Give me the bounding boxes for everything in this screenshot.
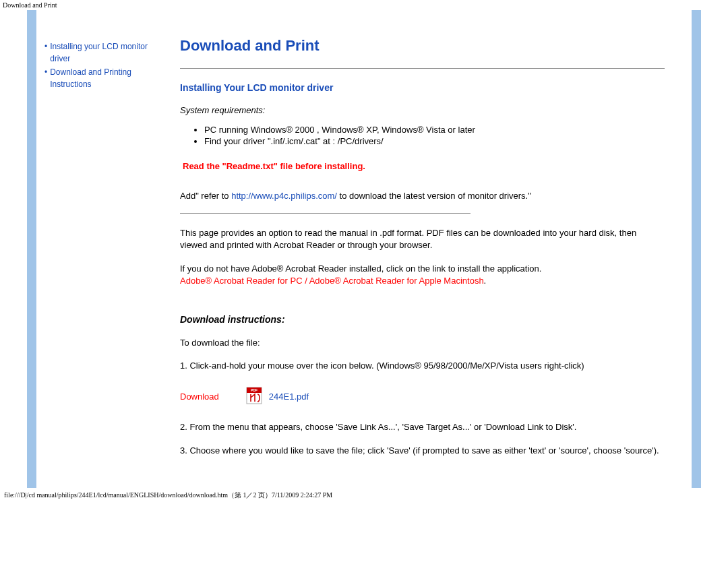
sidebar-item-download-print[interactable]: • Download and Printing Instructions	[44, 66, 156, 90]
pdf-explain-paragraph: This page provides an option to read the…	[180, 227, 665, 251]
sysreq-label: System requirements:	[180, 105, 665, 115]
divider-short	[180, 213, 471, 214]
download-label: Download	[180, 392, 219, 402]
left-accent-bar	[27, 10, 36, 488]
sidebar: • Installing your LCD monitor driver • D…	[36, 10, 160, 488]
page-wrapper: • Installing your LCD monitor driver • D…	[27, 10, 701, 488]
sysreq-list: PC running Windows® 2000 , Windows® XP, …	[204, 125, 665, 146]
text: .	[484, 276, 487, 286]
refer-paragraph: Add" refer to http://www.p4c.philips.com…	[180, 190, 665, 202]
page-title: Download and Print	[180, 37, 665, 55]
text: Add" refer to	[180, 191, 231, 201]
download-row: Download PDF 244E1.pdf	[180, 387, 665, 406]
sidebar-link[interactable]: Download and Printing Instructions	[50, 66, 156, 90]
svg-text:PDF: PDF	[251, 388, 257, 392]
acrobat-pc-link[interactable]: Adobe® Acrobat Reader for PC	[180, 276, 303, 286]
acrobat-mac-link[interactable]: Adobe® Acrobat Reader for Apple Macintos…	[309, 276, 484, 286]
sidebar-item-install-driver[interactable]: • Installing your LCD monitor driver	[44, 40, 156, 65]
main-content: Download and Print Installing Your LCD m…	[160, 10, 692, 488]
page-footer-path: file:///D|/cd manual/philips/244E1/lcd/m…	[0, 488, 728, 503]
sidebar-link[interactable]: Installing your LCD monitor driver	[50, 40, 156, 65]
pdf-icon[interactable]: PDF	[246, 387, 262, 406]
download-step1: 1. Click-and-hold your mouse over the ic…	[180, 360, 665, 372]
right-accent-bar	[692, 10, 701, 488]
readme-warning: Read the "Readme.txt" file before instal…	[183, 161, 665, 171]
download-line1: To download the file:	[180, 337, 665, 349]
sysreq-item: PC running Windows® 2000 , Windows® XP, …	[204, 125, 665, 135]
philips-link[interactable]: http://www.p4c.philips.com/	[231, 191, 337, 201]
bullet-icon: •	[44, 40, 50, 65]
separator: /	[303, 276, 309, 286]
sysreq-item: Find your driver ".inf/.icm/.cat" at : /…	[204, 136, 665, 146]
bullet-icon: •	[44, 66, 50, 90]
text: If you do not have Adobe® Acrobat Reader…	[180, 263, 541, 274]
download-step3: 3. Choose where you would like to save t…	[180, 445, 665, 457]
divider	[180, 68, 665, 69]
acrobat-paragraph: If you do not have Adobe® Acrobat Reader…	[180, 263, 665, 287]
page-header-small: Download and Print	[0, 0, 728, 10]
section-heading-install: Installing Your LCD monitor driver	[180, 82, 665, 93]
pdf-download-link[interactable]: 244E1.pdf	[269, 392, 309, 402]
download-step2: 2. From the menu that appears, choose 'S…	[180, 421, 665, 433]
text: to download the latest version of monito…	[337, 191, 531, 201]
download-instructions-heading: Download instructions:	[180, 314, 665, 325]
